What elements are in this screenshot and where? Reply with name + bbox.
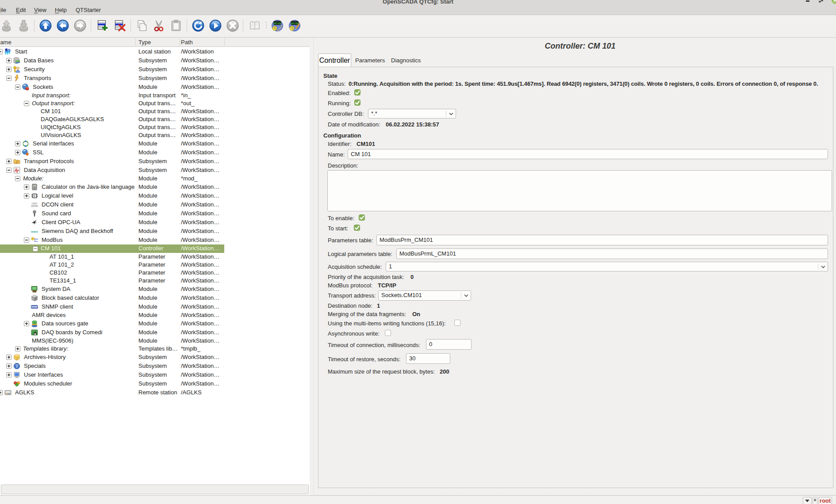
svg-text:Bus: Bus xyxy=(35,240,38,242)
svg-text:SNMP: SNMP xyxy=(31,305,38,308)
svg-text:10:01: 10:01 xyxy=(291,22,299,25)
svg-text:?: ? xyxy=(16,364,18,369)
svg-text:SIEMENS: SIEMENS xyxy=(31,231,38,233)
svg-text:DCON: DCON xyxy=(31,205,38,207)
svg-text:10:01: 10:01 xyxy=(273,22,281,25)
